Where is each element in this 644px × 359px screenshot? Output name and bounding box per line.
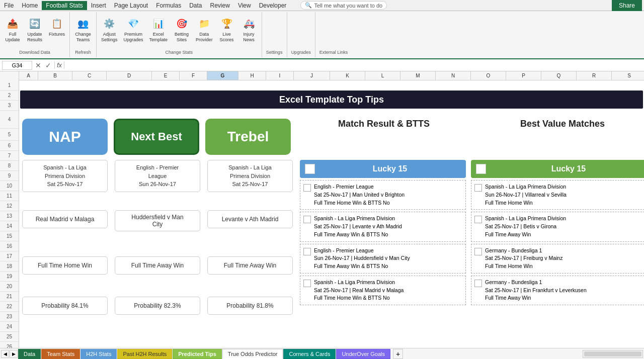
tab-scroll-left[interactable]: ◀ [1, 350, 9, 358]
match-2-checkbox[interactable] [303, 216, 311, 223]
trebel-league: Spanish - La LigaPrimera Division [210, 163, 290, 180]
excel-template-button[interactable]: 📊 ExcelTemplate [147, 14, 171, 44]
col-header-J[interactable]: J [294, 71, 330, 80]
menu-football-stats[interactable]: Football Stats [42, 1, 87, 10]
lucky15-green-check [476, 164, 486, 174]
menu-view[interactable]: View [234, 1, 255, 10]
cell-reference[interactable] [2, 61, 32, 70]
tab-predicted-tips[interactable]: Predicted Tips [173, 349, 222, 359]
add-sheet-button[interactable]: + [393, 349, 403, 359]
update-results-button[interactable]: 🔄 UpdateResults [24, 14, 45, 44]
menu-file[interactable]: File [0, 1, 18, 10]
change-teams-icon: 👥 [75, 16, 91, 32]
betting-sites-button[interactable]: 🎯 BettingSites [171, 14, 192, 44]
lucky15-blue-match-2: Spanish - La Liga Primera Division Sat 2… [300, 212, 466, 241]
excel-template-icon: 📊 [150, 16, 167, 32]
menu-review[interactable]: Review [206, 1, 234, 10]
tab-underover-goals[interactable]: UnderOver Goals [336, 349, 390, 359]
trebel-date: Sat 25-Nov-17 [210, 180, 290, 189]
lucky15-green-match-1: Spanish - La Liga Primera Division Sun 2… [471, 180, 644, 210]
col-header-G[interactable]: G [207, 71, 238, 80]
change-teams-button[interactable]: 👥 ChangeTeams [72, 14, 94, 44]
row-8: 8 [0, 161, 19, 171]
col-header-I[interactable]: I [266, 71, 294, 80]
g-match-4-checkbox[interactable] [474, 280, 482, 287]
scroll-bar-area [583, 350, 643, 358]
nap-result-box: Full Time Home Win [22, 256, 108, 275]
g-match-3-checkbox[interactable] [474, 248, 482, 255]
row-18: 18 [0, 261, 19, 272]
tab-corners-cards[interactable]: Corners & Cards [283, 349, 336, 359]
row-10: 10 [0, 181, 19, 191]
data-provider-button[interactable]: 📁 DataProvider [193, 14, 215, 44]
nap-prob-box: Probability 84.1% [22, 297, 108, 315]
menu-developer[interactable]: Developer [255, 1, 291, 10]
row-9: 9 [0, 171, 19, 181]
live-scores-button[interactable]: 🏆 LiveScores [216, 14, 237, 44]
fixtures-button[interactable]: 📋 Fixtures [46, 14, 67, 39]
lucky15-blue-header: Lucky 15 [300, 160, 466, 178]
row-5: 5 [0, 129, 19, 141]
match-3-checkbox[interactable] [303, 248, 311, 255]
col-header-R[interactable]: R [577, 71, 612, 80]
col-header-F[interactable]: F [180, 71, 207, 80]
col-header-E[interactable]: E [152, 71, 180, 80]
live-scores-label: LiveScores [220, 32, 234, 43]
lucky15-green-header: Lucky 15 [471, 160, 644, 178]
lucky15-blue-label: Lucky 15 [319, 164, 461, 173]
row-3: 3 [0, 101, 19, 111]
injury-news-button[interactable]: 🚑 InjuryNews [238, 14, 260, 44]
data-provider-label: DataProvider [196, 32, 213, 43]
tab-scroll-right[interactable]: ▶ [10, 350, 18, 358]
col-header-D[interactable]: D [107, 71, 152, 80]
menu-formulas[interactable]: Formulas [152, 1, 185, 10]
nap-label: NAP [49, 128, 80, 145]
g-match-2-checkbox[interactable] [474, 216, 482, 223]
next-best-prob-box: Probability 82.3% [115, 297, 200, 315]
full-update-label: FullUpdate [5, 32, 20, 43]
match-1-checkbox[interactable] [303, 184, 311, 192]
menu-page-layout[interactable]: Page Layout [110, 1, 152, 10]
full-update-button[interactable]: 📤 FullUpdate [2, 14, 23, 44]
formula-cancel-icon: ✕ [34, 61, 42, 69]
refresh-label: Refresh [72, 50, 94, 56]
menu-insert[interactable]: Insert [87, 1, 110, 10]
next-best-date: Sun 26-Nov-17 [117, 180, 198, 189]
search-icon: 🔍 [305, 2, 312, 9]
change-teams-label: ChangeTeams [75, 32, 91, 43]
col-header-L[interactable]: L [365, 71, 400, 80]
match-3-text: English - Premier League Sun 26-Nov-17 |… [314, 247, 410, 271]
col-header-A[interactable]: A [19, 71, 38, 80]
g-match-1-checkbox[interactable] [474, 184, 482, 192]
col-header-S[interactable]: S [612, 71, 644, 80]
col-header-C[interactable]: C [72, 71, 107, 80]
col-header-M[interactable]: M [400, 71, 436, 80]
col-header-Q[interactable]: Q [541, 71, 577, 80]
update-results-label: UpdateResults [27, 32, 42, 43]
col-header-K[interactable]: K [330, 71, 365, 80]
tab-data[interactable]: Data [18, 349, 41, 359]
col-header-P[interactable]: P [506, 71, 541, 80]
match-4-checkbox[interactable] [303, 280, 311, 287]
next-best-league: English - PremierLeague [117, 163, 198, 180]
col-header-B[interactable]: B [38, 71, 72, 80]
tell-me-box[interactable]: 🔍 Tell me what you want to do [300, 1, 387, 10]
col-header-O[interactable]: O [471, 71, 506, 80]
premium-upgrades-button[interactable]: 💎 PremiumUpgrades [121, 14, 146, 44]
tab-past-h2h[interactable]: Past H2H Results [117, 349, 172, 359]
adjust-settings-button[interactable]: ⚙️ AdjustSettings [99, 14, 120, 44]
tab-h2h-stats[interactable]: H2H Stats [80, 349, 117, 359]
row-13: 13 [0, 211, 19, 221]
nap-league: Spanish - La LigaPrimera Division [25, 163, 105, 180]
col-header-N[interactable]: N [436, 71, 471, 80]
formula-input[interactable] [67, 62, 642, 69]
row-12: 12 [0, 201, 19, 211]
tab-team-stats[interactable]: Team Stats [41, 349, 80, 359]
menu-home[interactable]: Home [18, 1, 42, 10]
data-provider-icon: 📁 [196, 16, 212, 32]
col-header-H[interactable]: H [238, 71, 266, 80]
tab-true-odds[interactable]: True Odds Predictor [222, 349, 283, 359]
fixtures-icon: 📋 [49, 16, 65, 32]
share-button[interactable]: Share [612, 0, 642, 11]
menu-data[interactable]: Data [185, 1, 206, 10]
